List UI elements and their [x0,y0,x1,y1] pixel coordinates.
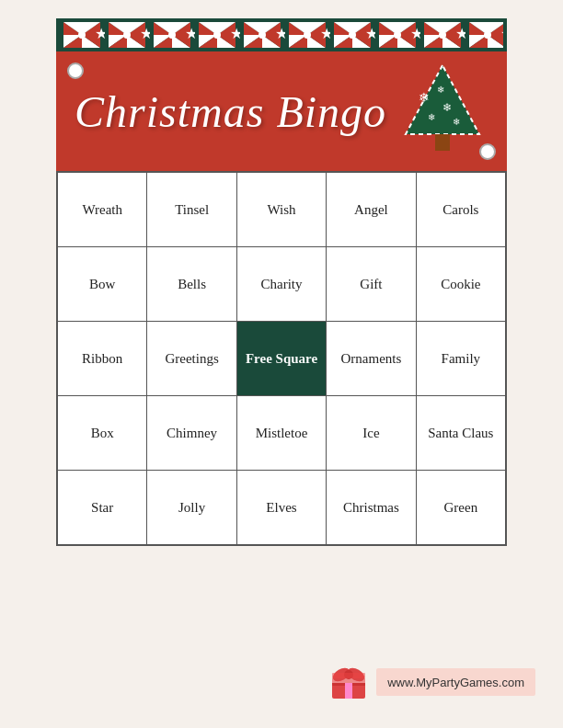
page: ★ Christmas Bingo ❄ ❄ ❄ ❄ ❄ [0,0,563,728]
bingo-row: Wreath Tinsel Wish Angel Carols [58,173,505,247]
svg-rect-11 [60,18,503,51]
svg-text:❄: ❄ [428,112,435,122]
cell-0-0: Wreath [58,173,147,246]
watermark: www.MyPartyGames.com [328,662,535,702]
svg-text:❄: ❄ [442,101,452,114]
bingo-row: Box Chimney Mistletoe Ice Santa Claus [58,396,505,471]
watermark-text: www.MyPartyGames.com [387,676,524,689]
cell-4-4: Green [417,471,505,544]
svg-rect-27 [332,673,365,678]
svg-rect-14 [435,134,450,151]
bingo-row: Ribbon Greetings Free Square Ornaments F… [58,322,505,396]
cell-1-4: Cookie [417,247,505,321]
page-title: Christmas Bingo [75,86,386,137]
cell-3-4: Santa Claus [417,396,505,470]
cell-2-0: Ribbon [58,322,147,395]
cell-0-2: Wish [237,173,327,246]
button-dot-tl [67,63,84,79]
svg-text:❄: ❄ [437,85,444,95]
svg-marker-12 [406,65,479,134]
cell-2-3: Ornaments [327,322,416,395]
bingo-row: Bow Bells Charity Gift Cookie [58,247,505,322]
cell-4-1: Jolly [147,471,236,544]
free-square-cell: Free Square [237,322,327,395]
svg-text:❄: ❄ [419,91,430,105]
cell-1-0: Bow [58,247,147,321]
cell-3-0: Box [58,396,147,470]
cell-1-3: Gift [327,247,416,321]
cell-0-3: Angel [327,173,416,246]
cell-4-3: Christmas [327,471,416,544]
border-strip: ★ [56,18,507,51]
gift-icon [328,662,369,702]
cell-0-4: Carols [417,173,505,246]
cell-1-1: Bells [147,247,236,321]
header: Christmas Bingo ❄ ❄ ❄ ❄ ❄ [56,51,507,171]
cell-4-2: Elves [237,471,327,544]
cell-3-1: Chimney [147,396,236,470]
cell-1-2: Charity [237,247,327,321]
border-pattern: ★ [56,18,507,51]
cell-4-0: Star [58,471,147,544]
svg-text:❄: ❄ [453,117,460,127]
bingo-row: Star Jolly Elves Christmas Green [58,471,505,544]
cell-2-4: Family [417,322,505,395]
cell-3-3: Ice [327,396,416,470]
cell-3-2: Mistletoe [237,396,327,470]
cell-0-1: Tinsel [147,173,236,246]
christmas-tree-icon: ❄ ❄ ❄ ❄ ❄ [396,61,488,162]
cell-2-1: Greetings [147,322,236,395]
bingo-card: Wreath Tinsel Wish Angel Carols Bow Bell… [56,171,507,546]
